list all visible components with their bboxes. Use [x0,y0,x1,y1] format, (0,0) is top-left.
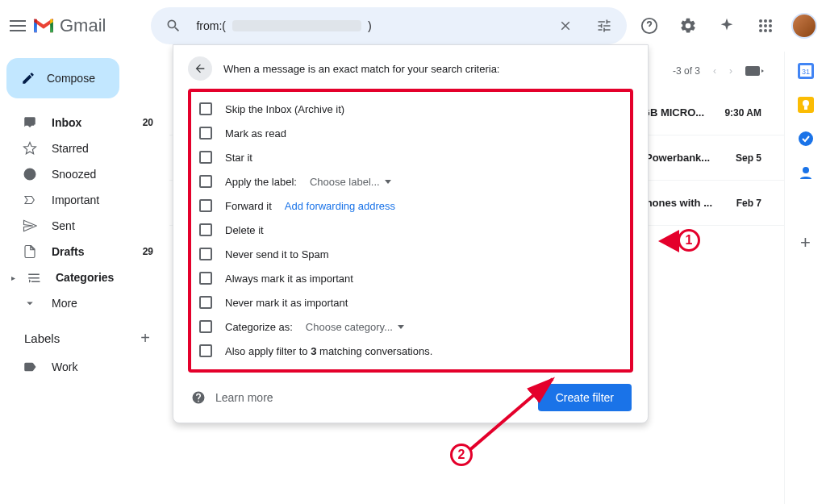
gmail-logo[interactable]: Gmail [32,15,106,36]
sparkle-button[interactable] [711,10,743,42]
search-icon[interactable] [157,10,190,42]
annotation-arrow-1 [658,230,679,252]
search-suffix: ) [368,19,372,32]
svg-point-1 [759,19,762,23]
input-tools-button[interactable] [745,65,765,77]
filter-option[interactable]: Also apply filter to 3 matching conversa… [199,339,622,363]
sidebar-item-sent[interactable]: Sent [6,213,163,239]
contacts-app-icon[interactable] [798,165,814,181]
search-options-button[interactable] [588,10,620,42]
svg-point-15 [803,100,809,106]
sidebar-item-categories[interactable]: ▸Categories [6,264,163,290]
help-icon [191,390,206,405]
back-button[interactable] [188,56,212,81]
filter-option[interactable]: Forward itAdd forwarding address [199,194,622,218]
checkbox[interactable] [199,320,212,333]
checkbox[interactable] [199,344,212,357]
help-button[interactable] [633,10,665,42]
sidebar: Compose Inbox20StarredSnoozedImportantSe… [0,52,169,504]
svg-point-7 [759,29,762,32]
sidebar-item-more[interactable]: More [6,290,163,316]
inbox-icon [23,115,37,130]
sidebar-item-drafts[interactable]: Drafts29 [6,239,163,264]
snooze-icon [23,167,37,181]
menu-button[interactable] [10,10,26,42]
page-count: -3 of 3 [673,65,700,77]
important-icon [23,193,37,207]
checkbox[interactable] [199,127,212,140]
svg-point-17 [799,131,813,146]
checkbox[interactable] [199,272,212,285]
checkbox[interactable] [199,223,212,236]
filter-option[interactable]: Delete it [199,218,622,242]
filter-actions-panel: When a message is an exact match for you… [173,44,649,423]
pencil-icon [21,71,35,85]
arrow-left-icon [194,62,206,75]
svg-point-18 [803,167,809,173]
checkbox[interactable] [199,296,212,309]
prev-page-button[interactable]: ‹ [713,65,716,77]
svg-rect-10 [745,66,760,76]
add-label-button[interactable]: + [140,329,150,348]
sidebar-item-starred[interactable]: Starred [6,135,163,161]
sidebar-item-snoozed[interactable]: Snoozed [6,161,163,187]
svg-point-3 [769,19,772,23]
keep-app-icon[interactable] [798,97,814,113]
next-page-button[interactable]: › [729,65,732,77]
add-addon-button[interactable]: + [800,232,811,253]
tasks-app-icon[interactable] [798,131,814,147]
more-icon [23,296,37,310]
checkbox[interactable] [199,199,212,212]
search-prefix: from:( [196,19,226,32]
settings-button[interactable] [672,10,704,42]
sent-icon [23,219,37,233]
star-icon [23,141,37,156]
dropdown[interactable]: Choose label... [310,176,391,188]
sidebar-item-important[interactable]: Important [6,187,163,213]
app-name: Gmail [60,15,106,36]
svg-point-4 [759,24,762,27]
annotation-badge-2: 2 [450,444,473,466]
search-bar[interactable]: from:( ) [151,7,627,44]
filter-option[interactable]: Categorize as:Choose category... [199,314,622,339]
clear-search-button[interactable] [549,10,582,42]
label-icon [23,360,37,374]
checkbox[interactable] [199,151,212,164]
calendar-app-icon[interactable]: 31 [798,63,814,79]
checkbox[interactable] [199,248,212,260]
labels-heading: Labels [24,331,60,345]
annotation-arrow-2 [460,371,565,460]
filter-option[interactable]: Always mark it as important [199,266,622,290]
filter-heading: When a message is an exact match for you… [223,63,499,75]
side-panel: 31 + [784,52,826,504]
svg-point-5 [764,24,767,27]
label-work[interactable]: Work [6,354,163,380]
filter-option[interactable]: Never mark it as important [199,290,622,314]
learn-more-link[interactable]: Learn more [191,390,273,405]
gmail-icon [32,17,55,35]
compose-button[interactable]: Compose [6,58,119,98]
draft-icon [23,244,37,259]
filter-option[interactable]: Skip the Inbox (Archive it) [199,97,622,121]
sidebar-item-inbox[interactable]: Inbox20 [6,110,163,135]
svg-rect-16 [804,106,807,110]
checkbox[interactable] [199,102,212,115]
filter-option[interactable]: Star it [199,145,622,169]
hamburger-icon [10,20,26,31]
filter-option[interactable]: Never send it to Spam [199,242,622,266]
category-icon [27,270,41,285]
compose-label: Compose [47,72,95,85]
svg-point-6 [769,24,772,27]
apps-button[interactable] [749,10,782,42]
label-text: Work [52,360,153,373]
forward-address-link[interactable]: Add forwarding address [285,200,395,212]
checkbox[interactable] [199,175,212,188]
filter-option[interactable]: Apply the label:Choose label... [199,169,622,194]
filter-option[interactable]: Mark as read [199,121,622,145]
svg-point-2 [764,19,767,23]
dropdown[interactable]: Choose category... [306,321,404,333]
search-redacted [232,20,361,31]
account-avatar[interactable] [791,13,817,39]
svg-line-19 [468,379,553,452]
svg-text:31: 31 [801,68,809,76]
